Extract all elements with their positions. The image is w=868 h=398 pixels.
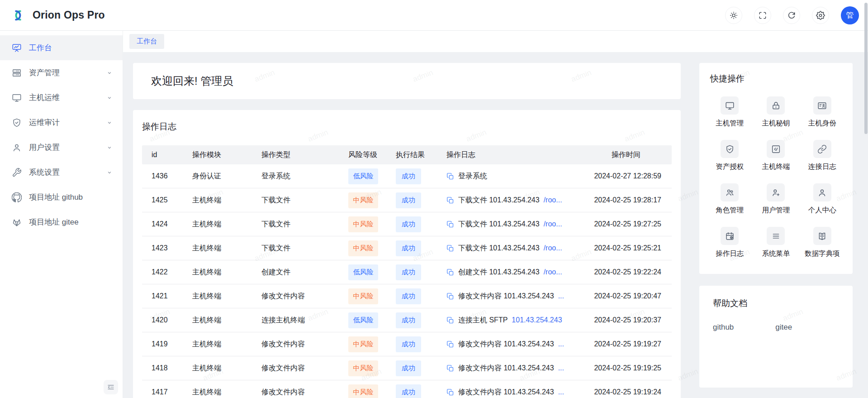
breadcrumb-tab-workbench[interactable]: 工作台 <box>129 34 164 49</box>
copy-icon[interactable] <box>446 197 454 204</box>
quick-action-item[interactable]: 主机秘钥 <box>753 96 799 128</box>
cell-risk: 中风险 <box>348 360 396 376</box>
page-scrollbar <box>864 0 868 398</box>
col-log: 操作日志 <box>446 150 565 160</box>
cell-time: 2024-02-25 19:20:47 <box>565 292 662 300</box>
cell-result: 成功 <box>396 312 446 328</box>
quick-action-icon <box>771 144 781 154</box>
quick-action-label: 操作日志 <box>716 249 744 259</box>
sidebar-item-icon <box>12 192 22 202</box>
sidebar: 工作台 资产管理 主机运维 运维审计 用 <box>0 31 123 398</box>
sidebar-item[interactable]: 工作台 <box>0 35 123 60</box>
copy-icon[interactable] <box>446 340 454 348</box>
quick-action-label: 主机秘钥 <box>762 119 790 128</box>
sidebar-item[interactable]: 系统设置 <box>0 160 123 185</box>
quick-action-label: 连接日志 <box>808 162 836 172</box>
log-link[interactable]: /roo... <box>544 196 562 204</box>
quick-action-item[interactable]: 连接日志 <box>799 140 845 172</box>
left-column: 欢迎回来! 管理员 操作日志 id 操作模块 操作类型 风险等级 执行结果 操作… <box>133 63 681 398</box>
quick-action-item[interactable]: 主机终端 <box>753 140 799 172</box>
copy-icon[interactable] <box>446 293 454 300</box>
copy-icon[interactable] <box>446 316 454 324</box>
quick-action-item[interactable]: 数据字典项 <box>799 227 845 259</box>
cell-log: 下载文件 101.43.254.243 /roo... <box>446 220 565 229</box>
copy-icon[interactable] <box>446 173 454 180</box>
cell-result: 成功 <box>396 264 446 280</box>
user-avatar[interactable]: 管 <box>841 6 859 24</box>
settings-button[interactable] <box>812 7 829 24</box>
log-message: 连接主机 SFTP <box>458 316 508 325</box>
log-link[interactable]: 101.43.254.243 <box>512 316 562 324</box>
quick-actions-card: 快捷操作 主机管理 主机秘钥 <box>699 63 853 274</box>
cell-result: 成功 <box>396 288 446 304</box>
sidebar-item[interactable]: 项目地址 gitee <box>0 210 123 235</box>
risk-badge: 中风险 <box>348 240 378 256</box>
risk-badge: 中风险 <box>348 384 378 398</box>
sidebar-item[interactable]: 主机运维 <box>0 85 123 110</box>
table-row: 1425 主机终端 下载文件 中风险 成功 下载文件 101.43.254.24… <box>142 188 672 212</box>
log-link[interactable]: /roo... <box>544 220 562 228</box>
quick-action-label: 主机管理 <box>716 119 744 128</box>
cell-type: 创建文件 <box>261 268 348 277</box>
cell-log: 修改文件内容 101.43.254.243 ... <box>446 364 565 373</box>
sidebar-collapse-button[interactable] <box>104 380 118 394</box>
cell-time: 2024-02-25 19:20:37 <box>565 316 662 324</box>
copy-icon[interactable] <box>446 364 454 372</box>
log-link[interactable]: /roo... <box>544 244 562 252</box>
refresh-button[interactable] <box>783 7 800 24</box>
help-link[interactable]: gitee <box>775 323 792 332</box>
cell-log: 下载文件 101.43.254.243 /roo... <box>446 196 565 205</box>
quick-action-icon <box>725 144 735 154</box>
help-link[interactable]: github <box>713 323 734 332</box>
table-row: 1421 主机终端 修改文件内容 中风险 成功 修改文件内容 101.43.25… <box>142 284 672 308</box>
copy-icon[interactable] <box>446 269 454 276</box>
sidebar-item[interactable]: 用户设置 <box>0 135 123 160</box>
cell-result: 成功 <box>396 336 446 352</box>
sidebar-item-icon <box>12 143 22 153</box>
table-row: 1417 主机终端 修改文件内容 中风险 成功 修改文件内容 101.43.25… <box>142 380 672 398</box>
quick-action-item[interactable]: 主机身份 <box>799 96 845 128</box>
log-link[interactable]: ... <box>558 364 564 372</box>
help-docs-title: 帮助文档 <box>713 297 839 309</box>
quick-action-icon-box <box>767 227 785 245</box>
scrollbar-thumb[interactable] <box>864 3 868 134</box>
quick-action-label: 主机终端 <box>762 162 790 172</box>
operation-log-card: 操作日志 id 操作模块 操作类型 风险等级 执行结果 操作日志 操作时间 <box>133 110 681 398</box>
fullscreen-button[interactable] <box>754 7 771 24</box>
quick-action-item[interactable]: 用户管理 <box>753 183 799 215</box>
quick-action-item[interactable]: 操作日志 <box>707 227 753 259</box>
quick-action-icon <box>771 101 781 110</box>
cell-result: 成功 <box>396 168 446 184</box>
log-message: 修改文件内容 101.43.254.243 <box>458 388 554 397</box>
sidebar-item-label: 运维审计 <box>29 117 105 128</box>
copy-icon[interactable] <box>446 221 454 228</box>
sidebar-item[interactable]: 资产管理 <box>0 60 123 85</box>
quick-action-item[interactable]: 主机管理 <box>707 96 753 128</box>
table-row: 1423 主机终端 下载文件 中风险 成功 下载文件 101.43.254.24… <box>142 236 672 260</box>
log-link[interactable]: ... <box>558 340 564 348</box>
main-area: 工作台 欢迎回来! 管理员 操作日志 id 操作模块 操作类型 风险等级 执行 <box>123 31 868 398</box>
quick-action-item[interactable]: 系统菜单 <box>753 227 799 259</box>
copy-icon[interactable] <box>446 245 454 252</box>
quick-action-icon-box <box>813 227 831 245</box>
sidebar-item-label: 工作台 <box>29 43 105 53</box>
quick-action-icon-box <box>721 183 739 201</box>
quick-action-icon <box>771 188 781 197</box>
sidebar-item[interactable]: 运维审计 <box>0 110 123 135</box>
risk-badge: 中风险 <box>348 192 378 208</box>
cell-module: 主机终端 <box>192 220 261 229</box>
cell-risk: 低风险 <box>348 168 396 184</box>
log-link[interactable]: ... <box>558 388 564 396</box>
theme-toggle-button[interactable] <box>725 7 742 24</box>
quick-action-item[interactable]: 资产授权 <box>707 140 753 172</box>
quick-action-item[interactable]: 个人中心 <box>799 183 845 215</box>
log-message: 下载文件 101.43.254.243 <box>458 196 540 205</box>
quick-action-item[interactable]: 角色管理 <box>707 183 753 215</box>
quick-action-icon-box <box>721 227 739 245</box>
sidebar-item[interactable]: 项目地址 github <box>0 185 123 210</box>
log-link[interactable]: ... <box>558 292 564 300</box>
cell-time: 2024-02-25 19:19:24 <box>565 388 662 396</box>
copy-icon[interactable] <box>446 388 454 396</box>
sidebar-item-icon <box>12 217 22 227</box>
log-link[interactable]: /roo... <box>544 268 562 276</box>
